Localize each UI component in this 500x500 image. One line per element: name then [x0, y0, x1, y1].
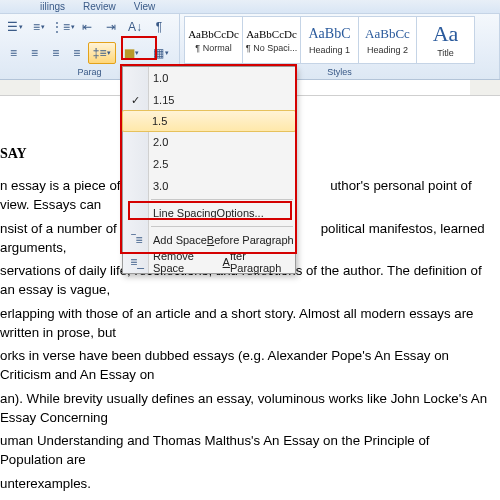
- line-spacing-options[interactable]: Line Spacing Options...: [123, 202, 295, 224]
- numbering-button[interactable]: ≡▾: [28, 16, 50, 38]
- align-center-button[interactable]: ≡: [25, 42, 44, 64]
- line-spacing-1.0[interactable]: 1.0: [123, 67, 295, 89]
- paragraph: uman Understanding and Thomas Malthus's …: [0, 431, 494, 470]
- sort-button[interactable]: A↓: [124, 16, 146, 38]
- styles-gallery[interactable]: AaBbCcDc ¶ Normal AaBbCcDc ¶ No Spaci...…: [184, 16, 495, 64]
- paragraph: erlapping with those of an article and a…: [0, 304, 494, 343]
- tab-view[interactable]: View: [134, 1, 156, 12]
- style-title[interactable]: Aa Title: [416, 16, 475, 64]
- paragraph: an). While brevity usually defines an es…: [0, 389, 494, 428]
- bullets-button[interactable]: ☰▾: [4, 16, 26, 38]
- space-after-icon: ≡_: [129, 255, 145, 269]
- paragraph: orks in verse have been dubbed essays (e…: [0, 346, 494, 385]
- justify-button[interactable]: ≡: [67, 42, 86, 64]
- multilevel-button[interactable]: ⋮≡▾: [52, 16, 74, 38]
- decrease-indent-button[interactable]: ⇤: [76, 16, 98, 38]
- align-left-button[interactable]: ≡: [4, 42, 23, 64]
- ribbon-tabs: iilings Review View: [0, 0, 500, 14]
- align-right-button[interactable]: ≡: [46, 42, 65, 64]
- line-spacing-menu: 1.0 ✓1.15 1.5 2.0 2.5 3.0 Line Spacing O…: [122, 66, 296, 274]
- line-spacing-1.15[interactable]: ✓1.15: [123, 89, 295, 111]
- style-heading-2[interactable]: AaBbCc Heading 2: [358, 16, 417, 64]
- increase-indent-button[interactable]: ⇥: [100, 16, 122, 38]
- check-icon: ✓: [131, 94, 140, 107]
- add-space-before[interactable]: ‾≡Add Space Before Paragraph: [123, 229, 295, 251]
- tab-review[interactable]: Review: [83, 1, 116, 12]
- tab-mailings[interactable]: iilings: [40, 1, 65, 12]
- style-heading-1[interactable]: AaBbC Heading 1: [300, 16, 359, 64]
- line-spacing-1.5[interactable]: 1.5: [122, 110, 296, 132]
- style-normal[interactable]: AaBbCcDc ¶ Normal: [184, 16, 243, 64]
- line-spacing-button[interactable]: ‡≡▾: [88, 42, 116, 64]
- paragraph: unterexamples.: [0, 474, 494, 493]
- line-spacing-2.0[interactable]: 2.0: [123, 131, 295, 153]
- shading-button[interactable]: ▆▾: [118, 42, 146, 64]
- line-spacing-3.0[interactable]: 3.0: [123, 175, 295, 197]
- space-before-icon: ‾≡: [129, 233, 145, 247]
- show-marks-button[interactable]: ¶: [148, 16, 170, 38]
- line-spacing-2.5[interactable]: 2.5: [123, 153, 295, 175]
- borders-button[interactable]: ▦▾: [147, 42, 175, 64]
- menu-separator: [151, 199, 293, 200]
- menu-separator: [151, 226, 293, 227]
- remove-space-after[interactable]: ≡_Remove Space After Paragraph: [123, 251, 295, 273]
- style-no-spacing[interactable]: AaBbCcDc ¶ No Spaci...: [242, 16, 301, 64]
